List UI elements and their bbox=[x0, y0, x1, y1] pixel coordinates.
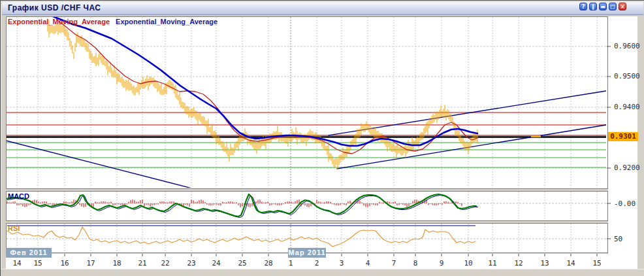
window-controls: ? ‖ ▬ □ × bbox=[579, 3, 626, 10]
close-button[interactable]: × bbox=[619, 3, 626, 10]
current-price-badge: 0.9301 bbox=[608, 132, 638, 141]
help-button[interactable]: ? bbox=[579, 3, 587, 10]
minimize-button[interactable]: ▬ bbox=[599, 3, 607, 10]
month-badge-feb: Фев 2011 bbox=[6, 248, 52, 258]
pause-button[interactable]: ‖ bbox=[589, 3, 597, 10]
chart-window: График USD /CHF ЧАС ? ‖ ▬ □ × Exponentia… bbox=[0, 0, 644, 276]
title-bar[interactable]: График USD /CHF ЧАС bbox=[2, 2, 643, 15]
bottom-frame bbox=[1, 269, 644, 276]
right-frame bbox=[638, 16, 644, 276]
window-title: График USD /CHF ЧАС bbox=[8, 3, 101, 12]
macd-panel[interactable] bbox=[6, 191, 608, 221]
price-chart-panel[interactable] bbox=[6, 16, 608, 189]
month-badge-mar: Мар 2011 bbox=[288, 248, 326, 258]
price-axis[interactable] bbox=[608, 16, 637, 269]
maximize-button[interactable]: □ bbox=[609, 3, 617, 10]
